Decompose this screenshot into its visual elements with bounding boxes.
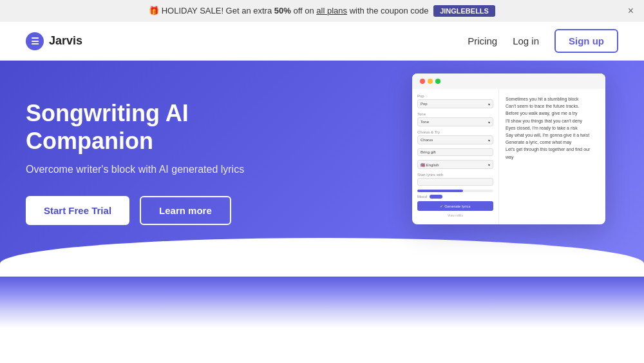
nav-links: Pricing Log in Sign up [468, 29, 618, 53]
lyric-line-3: Before you walk away, give me a try [506, 110, 599, 117]
banner-text: 🎁 HOLIDAY SALE! Get an extra 50% off on … [149, 6, 495, 15]
logo-text: Jarvis [49, 34, 82, 48]
progress-bar [417, 190, 493, 192]
form-row-tone: Tone Tone▾ [417, 112, 493, 126]
hero-title: Songwriting AI Companion [26, 99, 283, 155]
form-row-pop: Pop Pop▾ [417, 94, 493, 108]
banner-close-button[interactable]: × [628, 5, 634, 17]
mood-row: Mood [417, 195, 493, 199]
hero-section: Songwriting AI Companion Overcome writer… [0, 61, 644, 277]
lyric-line-6: Say what you will, I'm gonna give it a t… [506, 132, 599, 139]
lyric-line-5: Eyes closed, I'm ready to take a risk [506, 124, 599, 132]
dot-red [420, 79, 425, 84]
lyric-line-1: Sometimes you hit a stumbling block [506, 95, 599, 103]
lyric-line-2: Can't seem to trace the future tracks. [506, 103, 599, 110]
promo-banner: 🎁 HOLIDAY SALE! Get an extra 50% off on … [0, 0, 644, 22]
hero-screenshot: Pop Pop▾ Tone Tone▾ Chorus & Try Chorus▾… [412, 74, 605, 224]
wave-transition [0, 277, 644, 328]
dot-green [435, 79, 440, 84]
screenshot-form: Pop Pop▾ Tone Tone▾ Chorus & Try Chorus▾… [412, 89, 499, 224]
form-row-bring: Bring gift [417, 148, 493, 156]
nav-pricing-link[interactable]: Pricing [468, 35, 497, 46]
hero-buttons: Start Free Trial Learn more [26, 196, 283, 225]
login-button[interactable]: Log in [513, 35, 539, 46]
mood-toggle [430, 195, 442, 199]
coupon-badge: JINGLEBELLS [433, 5, 495, 17]
screenshot-header [412, 74, 605, 89]
discount-text: 50% [274, 6, 291, 15]
plans-link[interactable]: all plans [316, 6, 347, 15]
logo-icon: ☰ [26, 32, 44, 50]
generate-button[interactable]: ✓ Generate lyrics [417, 201, 493, 211]
navbar: ☰ Jarvis Pricing Log in Sign up [0, 22, 644, 61]
progress-fill [417, 190, 463, 192]
screenshot-body: Pop Pop▾ Tone Tone▾ Chorus & Try Chorus▾… [412, 89, 605, 224]
form-row-chorus: Chorus & Try Chorus▾ [417, 130, 493, 144]
lyric-line-8: Let's get through this together and find… [506, 146, 599, 160]
lyric-line-4: I'll show you things that you can't deny [506, 117, 599, 124]
form-row-start: Start lyrics with [417, 173, 493, 186]
screenshot-lyrics: Sometimes you hit a stumbling block Can'… [499, 89, 605, 224]
trial-button[interactable]: Start Free Trial [26, 196, 129, 225]
banner-code-text: with the coupon code [347, 6, 428, 15]
hero-subtitle: Overcome writer's block with AI generate… [26, 164, 283, 175]
hero-content: Songwriting AI Companion Overcome writer… [26, 99, 283, 225]
learn-more-button[interactable]: Learn more [140, 196, 231, 225]
form-row-lang: 🇬🇧 English▾ [417, 160, 493, 169]
dot-yellow [428, 79, 433, 84]
view-refills: View refills [417, 213, 493, 217]
lyric-line-7: Generate a lyric, come what may [506, 139, 599, 146]
logo: ☰ Jarvis [26, 32, 82, 50]
signup-button[interactable]: Sign up [554, 29, 618, 53]
meet-section: Meet Jarvis Don't rely on the muses. Boo… [0, 328, 644, 363]
